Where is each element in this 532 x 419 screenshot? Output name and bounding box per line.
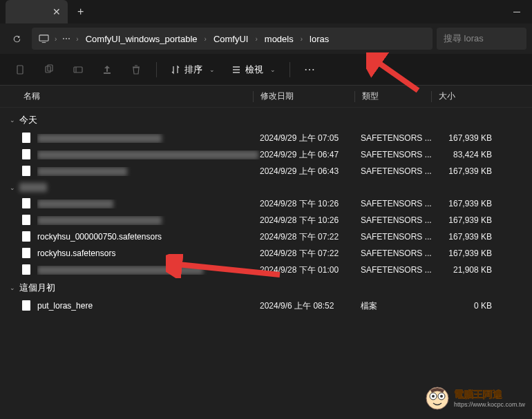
- file-icon: [21, 215, 32, 226]
- file-name: put_loras_here: [37, 301, 260, 311]
- file-name: [37, 216, 260, 225]
- column-name[interactable]: 名稱: [10, 90, 253, 102]
- group-header[interactable]: ⌄: [0, 179, 532, 195]
- sort-icon: [171, 65, 180, 75]
- file-size: 167,939 KB: [437, 249, 499, 258]
- view-label: 檢視: [245, 64, 263, 76]
- svg-rect-2: [42, 42, 46, 43]
- file-date: 2024/9/29 上午 07:05: [260, 133, 361, 144]
- mascot-icon: [425, 386, 450, 411]
- file-icon: [21, 166, 32, 177]
- share-icon: [102, 64, 113, 75]
- trash-icon: [131, 64, 142, 75]
- share-button[interactable]: [94, 57, 120, 82]
- file-row[interactable]: 2024/9/28 下午 10:26SAFETENSORS ...167,939…: [0, 195, 532, 212]
- group-label: 今天: [19, 114, 37, 126]
- ellipsis-icon: ⋯: [304, 63, 316, 76]
- minimize-button[interactable]: [502, 0, 532, 23]
- close-tab-icon[interactable]: ✕: [53, 6, 61, 17]
- column-headers: 名稱 修改日期 類型 大小: [0, 86, 532, 108]
- watermark-title: 電腦王阿達: [454, 389, 525, 401]
- cut-icon: [15, 64, 26, 75]
- column-type[interactable]: 類型: [355, 90, 431, 102]
- file-name: [37, 134, 260, 143]
- group-header[interactable]: ⌄今天: [0, 110, 532, 130]
- file-size: 83,424 KB: [437, 150, 499, 159]
- file-row[interactable]: 2024/9/29 上午 06:47SAFETENSORS ...83,424 …: [0, 146, 532, 163]
- svg-point-15: [440, 395, 443, 398]
- toolbar: 排序 ⌄ 檢視 ⌄ ⋯: [0, 54, 532, 86]
- file-type: SAFETENSORS ...: [361, 265, 437, 275]
- column-date[interactable]: 修改日期: [254, 90, 354, 102]
- rename-icon: [73, 64, 84, 75]
- refresh-button[interactable]: [6, 28, 28, 50]
- minimize-icon: [513, 12, 520, 12]
- file-row[interactable]: 2024/9/28 下午 01:00SAFETENSORS ...21,908 …: [0, 262, 532, 278]
- watermark-url: https://www.kocpc.com.tw: [454, 401, 525, 408]
- file-size: 167,939 KB: [437, 232, 499, 242]
- svg-rect-1: [39, 35, 48, 40]
- breadcrumb[interactable]: › ⋯ › ComfyUI_windows_portable › ComfyUI…: [32, 28, 433, 50]
- chevron-right-icon[interactable]: ›: [53, 35, 58, 43]
- file-row[interactable]: 2024/9/28 下午 10:26SAFETENSORS ...167,939…: [0, 212, 532, 228]
- breadcrumb-item[interactable]: ComfyUI_windows_portable: [82, 31, 202, 47]
- file-type: SAFETENSORS ...: [361, 150, 437, 159]
- file-icon: [21, 300, 32, 311]
- chevron-down-icon: ⌄: [270, 66, 276, 73]
- delete-button[interactable]: [123, 57, 149, 82]
- file-name: [37, 199, 260, 208]
- file-list: ⌄今天2024/9/29 上午 07:05SAFETENSORS ...167,…: [0, 108, 532, 314]
- chevron-down-icon: ⌄: [209, 66, 215, 73]
- new-tab-button[interactable]: +: [77, 6, 84, 18]
- sort-label: 排序: [184, 64, 202, 76]
- file-row[interactable]: 2024/9/29 上午 06:43SAFETENSORS ...167,939…: [0, 163, 532, 179]
- cut-button[interactable]: [7, 57, 33, 82]
- svg-rect-3: [17, 66, 23, 74]
- copy-icon: [44, 64, 55, 75]
- sort-dropdown[interactable]: 排序 ⌄: [164, 59, 222, 80]
- file-date: 2024/9/28 下午 07:22: [260, 231, 361, 243]
- file-name: [37, 167, 260, 176]
- active-tab[interactable]: ✕: [6, 0, 68, 23]
- file-type: SAFETENSORS ...: [361, 215, 437, 225]
- file-row[interactable]: rockyhsu.safetensors2024/9/28 下午 07:22SA…: [0, 245, 532, 262]
- file-type: SAFETENSORS ...: [361, 133, 437, 143]
- file-icon: [21, 264, 32, 275]
- copy-button[interactable]: [36, 57, 62, 82]
- file-icon: [21, 248, 32, 259]
- watermark: 電腦王阿達 https://www.kocpc.com.tw: [425, 386, 525, 411]
- file-type: SAFETENSORS ...: [361, 249, 437, 258]
- breadcrumb-item[interactable]: ComfyUI: [209, 31, 253, 47]
- breadcrumb-item[interactable]: loras: [305, 31, 333, 47]
- file-name: rockyhsu_000000750.safetensors: [37, 232, 260, 242]
- file-date: 2024/9/28 下午 01:00: [260, 264, 361, 276]
- file-name: [37, 266, 260, 275]
- file-type: SAFETENSORS ...: [361, 166, 437, 176]
- file-date: 2024/9/29 上午 06:43: [260, 166, 361, 177]
- search-input[interactable]: 搜尋 loras: [437, 28, 526, 50]
- file-icon: [21, 198, 32, 209]
- view-dropdown[interactable]: 檢視 ⌄: [225, 59, 283, 80]
- rename-button[interactable]: [65, 57, 91, 82]
- file-type: SAFETENSORS ...: [361, 232, 437, 242]
- more-button[interactable]: ⋯: [297, 57, 323, 82]
- file-row[interactable]: put_loras_here2024/9/6 上午 08:52檔案0 KB: [0, 298, 532, 314]
- svg-point-14: [432, 395, 435, 398]
- file-icon: [21, 133, 32, 144]
- file-icon: [21, 231, 32, 242]
- chevron-down-icon: ⌄: [10, 284, 15, 291]
- ellipsis-icon[interactable]: ⋯: [59, 34, 73, 43]
- monitor-icon[interactable]: [36, 35, 52, 43]
- file-size: 0 KB: [437, 301, 499, 311]
- column-size[interactable]: 大小: [432, 90, 494, 102]
- file-name: [37, 150, 260, 159]
- file-row[interactable]: 2024/9/29 上午 07:05SAFETENSORS ...167,939…: [0, 130, 532, 146]
- file-row[interactable]: rockyhsu_000000750.safetensors2024/9/28 …: [0, 228, 532, 245]
- chevron-down-icon: ⌄: [10, 184, 15, 191]
- file-size: 167,939 KB: [437, 215, 499, 225]
- svg-rect-6: [74, 67, 82, 72]
- refresh-icon: [12, 34, 22, 44]
- breadcrumb-item[interactable]: models: [260, 31, 298, 47]
- titlebar: ✕ +: [0, 0, 532, 23]
- group-header[interactable]: ⌄這個月初: [0, 278, 532, 298]
